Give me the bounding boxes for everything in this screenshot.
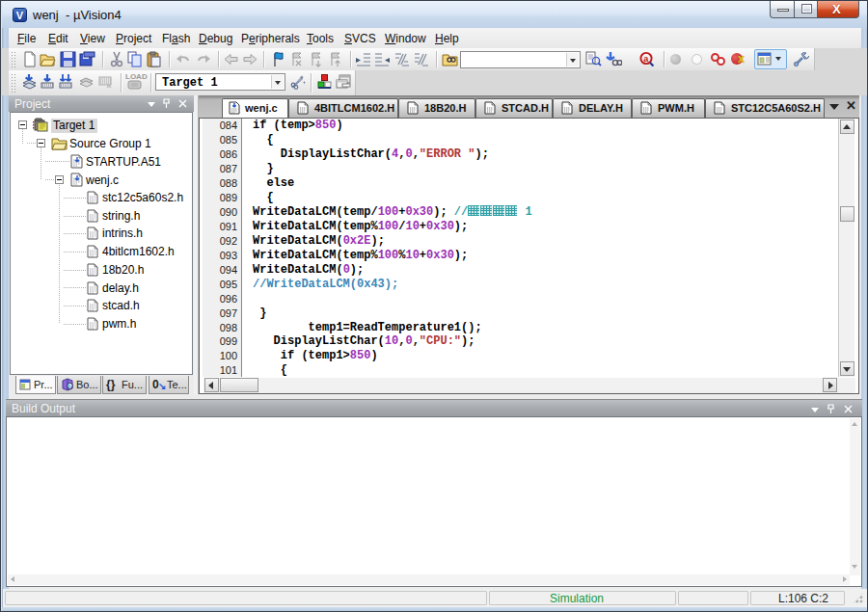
svg-text:?: ? (68, 383, 72, 389)
svg-text:a: a (643, 54, 649, 64)
